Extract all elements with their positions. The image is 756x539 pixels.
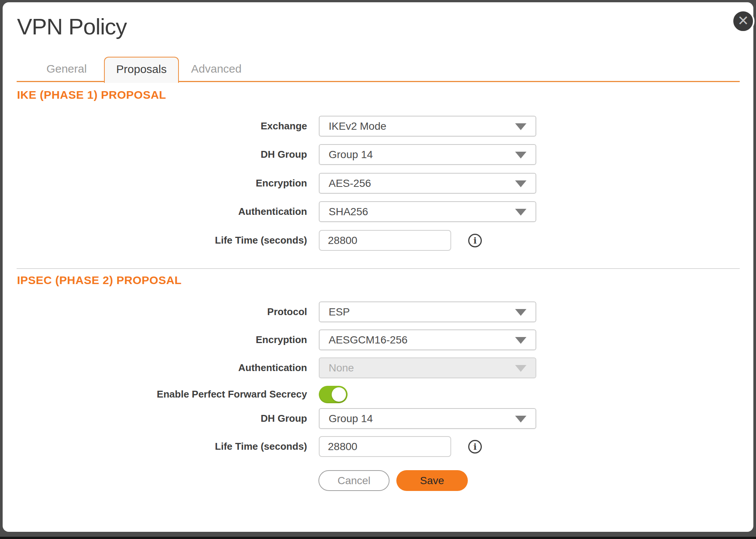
phase2-authentication-value: None <box>329 362 354 374</box>
info-icon[interactable]: i <box>468 234 482 247</box>
authentication-value: SHA256 <box>329 206 368 218</box>
protocol-row: Protocol ESP <box>3 301 536 322</box>
chevron-down-icon <box>515 416 526 423</box>
authentication-dropdown[interactable]: SHA256 <box>319 201 536 222</box>
page-title: VPN Policy <box>17 14 127 40</box>
phase2-encryption-label: Encryption <box>3 334 307 346</box>
cancel-button[interactable]: Cancel <box>318 470 390 491</box>
phase2-life-time-label: Life Time (seconds) <box>3 441 307 452</box>
phase2-dh-group-dropdown[interactable]: Group 14 <box>319 408 536 429</box>
phase2-dh-group-label: DH Group <box>3 413 307 424</box>
phase1-section-heading: IKE (PHASE 1) PROPOSAL <box>17 89 166 101</box>
tab-bar: General Proposals Advanced <box>29 57 254 83</box>
phase2-encryption-row: Encryption AESGCM16-256 <box>3 329 536 350</box>
chevron-down-icon <box>515 180 526 187</box>
tab-proposals[interactable]: Proposals <box>104 57 179 83</box>
exchange-dropdown[interactable]: IKEv2 Mode <box>319 116 536 137</box>
phase2-authentication-label: Authentication <box>3 362 307 374</box>
encryption-dropdown[interactable]: AES-256 <box>319 173 536 194</box>
tab-advanced[interactable]: Advanced <box>179 57 254 81</box>
encryption-value: AES-256 <box>329 177 371 190</box>
chevron-down-icon <box>515 365 526 372</box>
toggle-knob <box>332 387 346 402</box>
phase2-section-heading: IPSEC (PHASE 2) PROPOSAL <box>17 274 182 287</box>
save-button[interactable]: Save <box>396 470 468 491</box>
authentication-row: Authentication SHA256 <box>3 201 536 222</box>
protocol-dropdown[interactable]: ESP <box>319 301 536 322</box>
phase2-encryption-value: AESGCM16-256 <box>329 334 408 346</box>
tab-general[interactable]: General <box>29 57 104 81</box>
dh-group-value: Group 14 <box>329 149 373 161</box>
phase2-dh-group-value: Group 14 <box>329 413 373 425</box>
chevron-down-icon <box>515 209 526 216</box>
info-icon[interactable]: i <box>468 440 482 454</box>
encryption-row: Encryption AES-256 <box>3 173 536 194</box>
life-time-label: Life Time (seconds) <box>3 235 307 246</box>
phase2-life-time-row: Life Time (seconds) i <box>3 436 451 457</box>
section-divider <box>17 268 740 269</box>
phase2-authentication-dropdown: None <box>319 357 536 378</box>
phase2-encryption-dropdown[interactable]: AESGCM16-256 <box>319 329 536 350</box>
phase2-life-time-input[interactable] <box>319 436 451 457</box>
phase2-dh-group-row: DH Group Group 14 <box>3 408 536 429</box>
dh-group-row: DH Group Group 14 <box>3 144 536 165</box>
exchange-label: Exchange <box>3 120 307 132</box>
authentication-label: Authentication <box>3 206 307 217</box>
vpn-policy-dialog: VPN Policy General Proposals Advanced IK… <box>3 2 753 532</box>
chevron-down-icon <box>515 309 526 316</box>
chevron-down-icon <box>515 337 526 344</box>
pfs-label: Enable Perfect Forward Secrecy <box>3 388 307 400</box>
protocol-value: ESP <box>329 306 350 318</box>
window-bottom-edge <box>0 537 756 539</box>
pfs-toggle[interactable] <box>319 386 348 403</box>
encryption-label: Encryption <box>3 177 307 189</box>
phase2-authentication-row: Authentication None <box>3 357 536 378</box>
life-time-row: Life Time (seconds) i <box>3 230 451 251</box>
exchange-value: IKEv2 Mode <box>329 120 387 132</box>
dh-group-dropdown[interactable]: Group 14 <box>319 144 536 165</box>
pfs-row: Enable Perfect Forward Secrecy <box>3 384 348 405</box>
life-time-input[interactable] <box>319 230 451 251</box>
protocol-label: Protocol <box>3 306 307 318</box>
chevron-down-icon <box>515 152 526 158</box>
exchange-row: Exchange IKEv2 Mode <box>3 116 536 137</box>
dh-group-label: DH Group <box>3 149 307 160</box>
chevron-down-icon <box>515 123 526 130</box>
screen: VPN Policy General Proposals Advanced IK… <box>0 0 756 539</box>
close-icon[interactable]: ✕ <box>732 10 754 33</box>
